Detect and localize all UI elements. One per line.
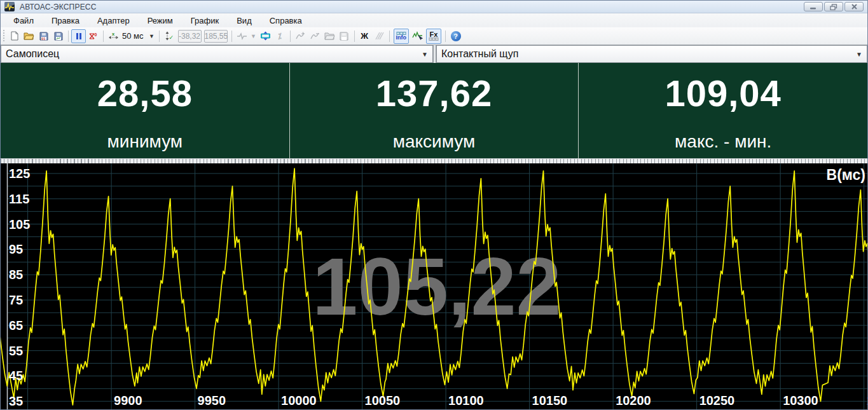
stat-minimum: 28,58 минимум [1,63,289,158]
svg-text:x: x [112,32,115,37]
overlay-button[interactable] [372,29,387,43]
caption-buttons [804,2,865,11]
curve-remove-button[interactable] [308,29,322,43]
y-tick-label: 45 [9,369,23,383]
signal-dropdown-arrow[interactable]: ▼ [249,33,258,39]
timebase-value[interactable]: 50 мс [121,31,148,41]
x-scale-button[interactable]: x [106,29,121,43]
y-tick-label: 115 [9,192,29,206]
save-report-button[interactable] [337,29,352,43]
toolbar-grip[interactable] [2,30,5,43]
y-tick-label: 65 [9,318,23,332]
minimize-button[interactable] [804,2,823,11]
time-ruler [1,158,867,163]
recorder-select[interactable]: Самописец ▼ [1,45,433,63]
fx-button[interactable]: Fx [426,29,441,44]
marker-button[interactable]: Ж [357,29,372,43]
toolbar-separator [354,31,355,42]
fx-squares-icon [429,38,439,41]
minimize-icon [809,4,817,10]
stat-range-value: 109,04 [665,71,781,116]
menubar: Файл Правка Адаптер Режим График Вид Спр… [1,13,867,27]
menu-adapter[interactable]: Адаптер [88,15,139,27]
probe-select-value: Контактный щуп [441,48,518,60]
help-icon: ? [451,31,461,41]
close-button[interactable] [844,2,864,11]
save-data-button[interactable]: 01 [36,29,51,43]
menu-edit[interactable]: Правка [43,15,88,27]
y-tick-label: 55 [9,344,23,358]
help-button[interactable]: ? [448,29,463,43]
svg-text:0: 0 [95,32,97,36]
cursor-measure-button[interactable] [410,29,425,43]
recorder-select-value: Самописец [6,48,59,60]
reset-zero-button[interactable]: 0 [86,29,100,43]
timebase-dropdown-arrow[interactable]: ▼ [148,33,156,39]
stat-minimum-label: минимум [107,132,183,152]
open-file-button[interactable] [22,29,36,43]
channel-selectors: Самописец ▼ Контактный щуп ▼ [1,45,867,63]
save-data-icon: 01 [39,32,48,41]
overlay-lines-icon [375,32,384,40]
menu-help[interactable]: Справка [261,15,311,27]
pause-icon [75,32,83,40]
x-tick-label: 9950 [198,393,226,407]
menu-graph[interactable]: График [182,15,228,27]
open-folder-icon [24,32,34,40]
restore-button[interactable] [824,2,843,11]
svg-text:✓: ✓ [169,34,174,41]
y-tick-label: 85 [9,268,23,282]
app-window: АВТОАС-ЭКСПРЕСС Файл Правка Адаптер Режи… [0,0,868,410]
probe-select[interactable]: Контактный щуп ▼ [436,45,867,63]
open-report-button[interactable] [322,29,337,43]
percent-icon: ⁒ [278,32,281,41]
window-title: АВТОАС-ЭКСПРЕСС [20,3,97,11]
open-report-folder-icon [324,32,335,40]
toolbar-separator [290,31,291,42]
x-tick-label: 10000 [281,393,317,407]
stat-maximum: 137,62 максимум [289,63,579,158]
x-tick-label: 10250 [699,393,735,407]
toolbar-separator [231,31,232,42]
curve-remove-icon [310,32,320,40]
signal-waveform-icon [237,32,247,40]
auto-range-icon [260,31,271,41]
toolbar-separator [103,31,104,42]
y-autofit-button[interactable]: ✓ [162,29,177,43]
toolbar-separator [68,31,69,42]
save-image-button[interactable] [51,29,65,43]
menu-mode[interactable]: Режим [139,15,182,27]
y-tick-label: 105 [9,217,30,231]
x-scale-icon: x [108,32,119,40]
y-max-field[interactable]: 185,55 [204,30,228,43]
waveform-chart-svg[interactable]: 105,221251151059585756555453599009950100… [1,163,867,409]
y-tick-label: 95 [9,242,23,256]
info-button[interactable]: Info [394,29,410,44]
y-tick-label: 125 [9,167,30,181]
new-file-button[interactable] [7,29,22,43]
signal-select-button[interactable] [235,29,249,43]
toolbar: 01 0 [1,27,867,45]
y-min-field[interactable]: -38,32 [178,30,202,43]
menu-file[interactable]: Файл [4,15,43,27]
pause-button[interactable] [71,29,86,43]
x-tick-label: 10300 [783,393,818,407]
curve-add-button[interactable] [293,29,308,43]
reset-zero-icon: 0 [88,32,98,41]
y-tick-label: 75 [9,293,23,307]
auto-range-button[interactable] [258,29,273,43]
marker-icon: Ж [361,31,368,41]
toolbar-separator [389,31,390,42]
stat-range: 109,04 макс. - мин. [578,63,867,158]
fx-button-label: Fx [430,31,438,38]
recorder-select-arrow-icon: ▼ [422,51,432,58]
stats-panel: 28,58 минимум 137,62 максимум 109,04 мак… [1,63,867,158]
y-tick-label: 35 [9,394,23,408]
toolbar-separator [445,31,446,42]
menu-view[interactable]: Вид [228,15,261,27]
titlebar: АВТОАС-ЭКСПРЕСС [1,1,867,13]
percent-button[interactable]: ⁒ [273,29,287,43]
new-file-icon [10,31,19,41]
app-logo-icon [4,2,15,11]
save-image-icon [54,32,63,41]
